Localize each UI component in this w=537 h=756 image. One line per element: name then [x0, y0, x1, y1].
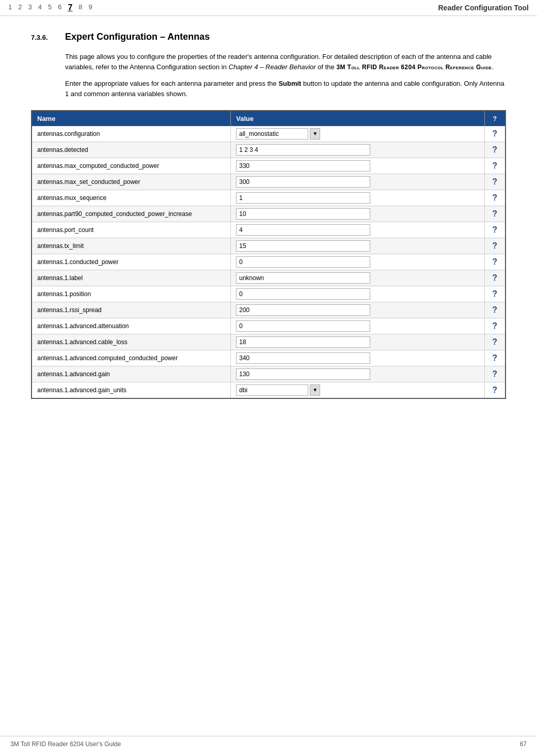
table-cell-value[interactable] [231, 302, 484, 318]
table-header-row: Name Value ? [32, 111, 505, 126]
value-input[interactable] [236, 272, 370, 284]
table-cell-value[interactable] [231, 334, 484, 350]
table-cell-value[interactable]: ▼ [231, 126, 484, 142]
nav-item-7[interactable]: 7 [68, 3, 72, 12]
table-cell-help[interactable]: ? [484, 158, 505, 174]
nav-item-2[interactable]: 2 [18, 3, 22, 12]
table-cell-value[interactable] [231, 174, 484, 190]
table-cell-name: antennas.detected [32, 142, 231, 158]
table-cell-help[interactable]: ? [484, 254, 505, 270]
table-cell-value[interactable] [231, 254, 484, 270]
dropdown-arrow-icon[interactable]: ▼ [310, 384, 320, 396]
col-header-name: Name [32, 111, 231, 126]
value-input[interactable] [236, 352, 370, 364]
table-row: antennas.max_computed_conducted_power? [32, 158, 505, 174]
table-cell-help[interactable]: ? [484, 142, 505, 158]
value-input[interactable] [236, 368, 370, 380]
select-wrap[interactable]: ▼ [236, 384, 479, 396]
section-title: Expert Configuration – Antennas [65, 32, 210, 42]
table-cell-help[interactable]: ? [484, 222, 505, 238]
value-input[interactable] [236, 224, 370, 236]
value-input[interactable] [236, 336, 370, 348]
table-row: antennas.1.advanced.computed_conducted_p… [32, 350, 505, 366]
value-input[interactable] [236, 304, 370, 316]
table-cell-name: antennas.1.advanced.gain [32, 366, 231, 382]
table-cell-name: antennas.1.conducted_power [32, 254, 231, 270]
table-cell-name: antennas.configuration [32, 126, 231, 142]
description-block: This page allows you to configure the pr… [65, 52, 506, 100]
nav-item-1[interactable]: 1 [8, 3, 12, 12]
table-cell-value[interactable] [231, 206, 484, 222]
table-cell-value[interactable] [231, 222, 484, 238]
table-row: antennas.1.label? [32, 270, 505, 286]
nav-item-8[interactable]: 8 [78, 3, 82, 12]
table-cell-name: antennas.max_computed_conducted_power [32, 158, 231, 174]
nav-item-4[interactable]: 4 [38, 3, 42, 12]
table-cell-name: antennas.tx_limit [32, 238, 231, 254]
main-content: 7.3.6. Expert Configuration – Antennas T… [0, 16, 537, 420]
value-input[interactable] [236, 320, 370, 332]
value-input[interactable] [236, 240, 370, 252]
table-cell-help[interactable]: ? [484, 286, 505, 302]
table-cell-value[interactable] [231, 158, 484, 174]
table-cell-name: antennas.1.advanced.attenuation [32, 318, 231, 334]
value-input[interactable] [236, 160, 370, 172]
nav-item-5[interactable]: 5 [48, 3, 52, 12]
table-row: antennas.max_set_conducted_power? [32, 174, 505, 190]
value-input[interactable] [236, 288, 370, 300]
select-input[interactable] [236, 384, 308, 396]
value-input[interactable] [236, 208, 370, 220]
table-cell-value[interactable]: ▼ [231, 382, 484, 398]
para1-bold: 3M Toll RFID Reader 6204 Protocol Refere… [336, 64, 492, 71]
table-cell-help[interactable]: ? [484, 206, 505, 222]
para2-bold: Submit [278, 80, 301, 87]
page-nav[interactable]: 1 2 3 4 5 6 7 8 9 [8, 3, 92, 12]
table-cell-name: antennas.1.advanced.cable_loss [32, 334, 231, 350]
table-cell-name: antennas.max_set_conducted_power [32, 174, 231, 190]
table-cell-help[interactable]: ? [484, 174, 505, 190]
table-row: antennas.1.rssi_spread? [32, 302, 505, 318]
config-table: Name Value ? antennas.configuration▼?ant… [32, 111, 505, 398]
value-input[interactable] [236, 192, 370, 204]
table-cell-value[interactable] [231, 318, 484, 334]
top-navigation: 1 2 3 4 5 6 7 8 9 Reader Configuration T… [0, 0, 537, 16]
table-row: antennas.tx_limit? [32, 238, 505, 254]
table-cell-help[interactable]: ? [484, 238, 505, 254]
table-row: antennas.1.advanced.gain? [32, 366, 505, 382]
para2-start: Enter the appropriate values for each an… [65, 80, 278, 87]
value-input[interactable] [236, 176, 370, 188]
table-cell-help[interactable]: ? [484, 270, 505, 286]
select-wrap[interactable]: ▼ [236, 128, 479, 140]
table-row: antennas.1.position? [32, 286, 505, 302]
value-input[interactable] [236, 256, 370, 268]
nav-item-6[interactable]: 6 [58, 3, 61, 12]
config-table-wrapper: Name Value ? antennas.configuration▼?ant… [31, 110, 506, 399]
table-cell-help[interactable]: ? [484, 302, 505, 318]
table-cell-value[interactable] [231, 350, 484, 366]
col-header-help: ? [484, 111, 505, 126]
table-cell-name: antennas.1.rssi_spread [32, 302, 231, 318]
table-cell-value[interactable] [231, 286, 484, 302]
table-cell-help[interactable]: ? [484, 334, 505, 350]
table-cell-value[interactable] [231, 270, 484, 286]
table-cell-help[interactable]: ? [484, 366, 505, 382]
table-cell-help[interactable]: ? [484, 382, 505, 398]
value-input[interactable] [236, 144, 370, 156]
table-cell-value[interactable] [231, 190, 484, 206]
table-cell-help[interactable]: ? [484, 190, 505, 206]
table-cell-help[interactable]: ? [484, 350, 505, 366]
dropdown-arrow-icon[interactable]: ▼ [310, 128, 320, 140]
table-cell-value[interactable] [231, 238, 484, 254]
table-cell-value[interactable] [231, 366, 484, 382]
table-cell-help[interactable]: ? [484, 318, 505, 334]
select-input[interactable] [236, 128, 308, 140]
description-para1: This page allows you to configure the pr… [65, 52, 506, 72]
nav-item-3[interactable]: 3 [28, 3, 31, 12]
table-row: antennas.1.advanced.gain_units▼? [32, 382, 505, 398]
table-cell-help[interactable]: ? [484, 126, 505, 142]
section-heading: 7.3.6. Expert Configuration – Antennas [31, 32, 506, 42]
nav-item-9[interactable]: 9 [89, 3, 92, 12]
table-cell-name: antennas.mux_sequence [32, 190, 231, 206]
table-row: antennas.1.conducted_power? [32, 254, 505, 270]
table-cell-value[interactable] [231, 142, 484, 158]
